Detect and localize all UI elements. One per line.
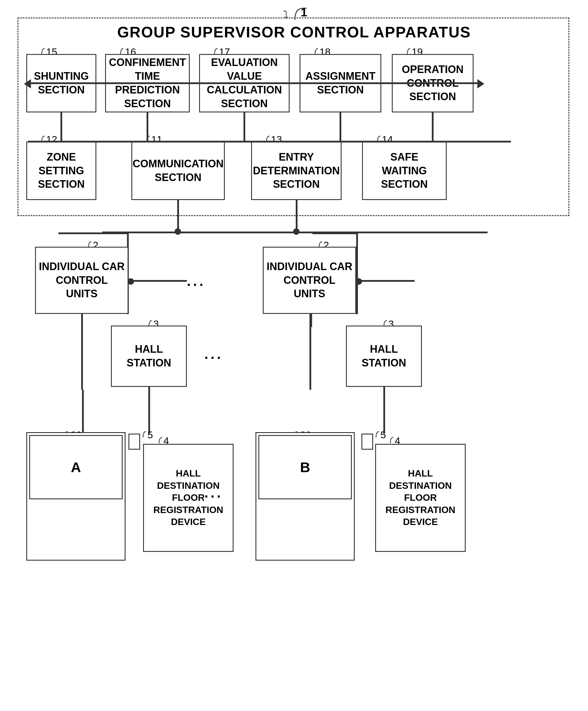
vline-right-branch [356,232,358,314]
hline-supervisor-bottom [28,141,476,143]
hall-station-right-box: HALL STATION [346,326,422,387]
vline-comm-to-bus [177,200,179,234]
vline-evaluation [243,112,245,142]
elevator-right-inner: B [258,435,352,499]
vline-left-hall [81,314,83,390]
top-arrow-right [477,79,484,88]
hline-right-car [356,280,415,282]
zone-setting-box: ZONE SETTING SECTION [26,142,96,200]
entry-determination-box: ENTRY DETERMINATION SECTION [251,142,342,200]
device-5-right [362,434,373,450]
vline-assignment [340,112,341,142]
ellipsis-middle: ... [187,273,205,289]
vline-left-bottom [148,387,150,434]
vline-right-hall-connect [310,314,312,327]
vline-shunting [61,112,62,142]
vline-left-car-vertical [82,390,84,433]
dot-comm-right [293,228,300,235]
communication-section-box: COMMUNICATION SECTION [131,142,225,200]
elevator-left-inner: A [29,435,123,499]
vline-confinement [147,112,148,142]
hline-left-car [128,280,187,282]
ellipsis-hall: ... [204,346,223,362]
hall-station-left-box: HALL STATION [111,326,187,387]
device-5-left [128,434,140,450]
car-control-right-box: INDIVIDUAL CAR CONTROL UNITS [263,247,356,314]
hline-left-to-car [58,232,128,234]
diagram: 1 ⤵ GROUP SUPERVISOR CONTROL APPARATUS 1… [0,0,588,711]
ellipsis-bottom: ... [204,485,223,501]
safe-waiting-box: SAFE WAITING SECTION [362,142,447,200]
vline-operation [432,112,434,142]
group-supervisor-title: GROUP SUPERVISOR CONTROL APPARATUS [0,23,588,41]
top-hline [26,82,477,84]
ref-1-number: 1 [301,6,307,19]
vline-entry-down [296,200,298,232]
hline-right-to-car [312,232,358,234]
hall-dest-right-box: HALL DESTINATION FLOOR REGISTRATION DEVI… [375,444,466,552]
car-control-left-box: INDIVIDUAL CAR CONTROL UNITS [35,247,128,314]
vline-right-bottom [383,387,385,434]
